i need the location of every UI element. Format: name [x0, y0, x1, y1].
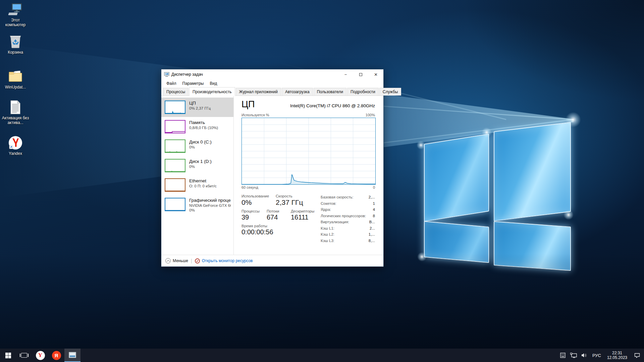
pane-title: ЦП	[241, 99, 255, 110]
chart-y-max: 100%	[366, 113, 375, 117]
ethernet-mini-chart	[165, 178, 185, 192]
detail-label: Ядра:	[321, 206, 331, 213]
detail-value: 2...	[370, 225, 375, 232]
handles-value: 16111	[291, 214, 319, 221]
window-title: Диспетчер задач	[171, 72, 338, 77]
desktop-icon-label: Активация без актива...	[1, 116, 30, 125]
start-button[interactable]	[0, 349, 16, 362]
detail-label: Кэш L3:	[321, 238, 334, 244]
taskbar-task-manager[interactable]	[64, 349, 80, 362]
sidebar-item-subtitle2: 0%	[189, 208, 231, 212]
sidebar-item-subtitle: 0%	[189, 145, 212, 149]
processes-label: Процессы	[241, 209, 267, 213]
fewer-details-button[interactable]: Меньше	[165, 258, 188, 263]
minimize-button[interactable]: −	[338, 69, 353, 79]
detail-label: Кэш L2:	[321, 231, 334, 238]
disk0-mini-chart	[165, 139, 185, 153]
cpu-performance-pane: ЦП Intel(R) Core(TM) i7 CPU 860 @ 2.80GH…	[234, 96, 383, 255]
resource-monitor-icon	[195, 258, 200, 263]
sidebar-item-title: Графический процессор	[189, 198, 231, 203]
memory-mini-chart	[165, 120, 185, 133]
taskbar-yandex-browser[interactable]: Y	[32, 349, 48, 362]
detail-label: Сокетов:	[321, 200, 336, 207]
taskbar: Y Я	[0, 349, 644, 362]
menu-options[interactable]: Параметры	[180, 80, 207, 86]
detail-value: В...	[369, 219, 375, 225]
desktop-icon-yandex[interactable]: Yandex	[0, 135, 31, 156]
tab-users[interactable]: Пользователи	[314, 88, 346, 96]
action-center-icon[interactable]	[631, 349, 643, 362]
sidebar-item-disk1[interactable]: Диск 1 (D:) 0%	[161, 156, 233, 175]
detail-label: Логических процессоров:	[321, 213, 366, 219]
sidebar-item-subtitle: О: 0 П: 0 кбит/с	[189, 184, 217, 188]
task-manager-icon	[164, 72, 169, 77]
tab-app-history[interactable]: Журнал приложений	[236, 88, 281, 96]
fewer-details-label: Меньше	[173, 258, 188, 263]
sidebar-item-subtitle: 0%	[189, 165, 212, 169]
tab-services[interactable]: Службы	[379, 88, 401, 96]
taskbar-clock[interactable]: 22:31 12.05.2023	[604, 351, 630, 360]
touch-keyboard-icon[interactable]	[558, 349, 568, 362]
speed-label: Скорость	[276, 194, 319, 198]
network-icon[interactable]	[569, 349, 578, 362]
sidebar-item-subtitle: 0% 2,37 ГГц	[189, 106, 211, 110]
detail-label: Виртуализация:	[321, 219, 349, 225]
cpu-mini-chart	[165, 101, 185, 114]
system-tray: РУС 22:31 12.05.2023	[558, 349, 644, 362]
desktop-icon-winupdate-folder[interactable]: WinUpdat...	[0, 69, 31, 89]
sidebar-item-subtitle: NVIDIA GeForce GTX 660	[189, 203, 231, 207]
processes-value: 39	[241, 214, 267, 221]
detail-label: Кэш L1:	[321, 225, 334, 232]
tab-details[interactable]: Подробности	[347, 88, 379, 96]
menu-bar: Файл Параметры Вид	[161, 79, 383, 87]
screen: Этот компьютер Корзина	[0, 0, 644, 362]
tab-startup[interactable]: Автозагрузка	[282, 88, 313, 96]
performance-sidebar: ЦП 0% 2,37 ГГц Память 0,8/8,0 ГБ (10%) Д…	[161, 96, 234, 255]
desktop-icon-label: Yandex	[9, 151, 22, 156]
chart-y-label: Используется %	[241, 113, 269, 117]
close-button[interactable]: ✕	[368, 69, 383, 79]
detail-value: 1	[373, 200, 375, 207]
windows-logo-icon	[5, 353, 11, 358]
cpu-usage-chart	[241, 118, 376, 185]
language-indicator[interactable]: РУС	[590, 353, 603, 358]
maximize-button[interactable]	[353, 69, 368, 79]
desktop-icon-activation-doc[interactable]: Активация без актива...	[0, 100, 31, 125]
tab-processes[interactable]: Процессы	[163, 88, 189, 96]
menu-view[interactable]: Вид	[207, 80, 220, 86]
uptime-label: Время работы	[241, 224, 319, 228]
task-view-button[interactable]	[16, 349, 32, 362]
speed-value: 2,37 ГГц	[276, 198, 319, 206]
taskbar-yandex-app[interactable]: Я	[48, 349, 64, 362]
volume-icon[interactable]	[580, 349, 589, 362]
sidebar-item-subtitle: 0,8/8,0 ГБ (10%)	[189, 126, 218, 130]
folder-icon	[8, 69, 23, 84]
chart-x-label: 60 секунд	[241, 185, 258, 189]
detail-value: 8	[373, 213, 375, 219]
detail-value: 4	[373, 206, 375, 213]
sidebar-item-title: Диск 0 (C:)	[189, 139, 212, 144]
sidebar-item-gpu[interactable]: Графический процессор NVIDIA GeForce GTX…	[161, 195, 233, 215]
footer-separator: |	[191, 258, 192, 263]
desktop-icon-this-computer[interactable]: Этот компьютер	[0, 2, 31, 27]
sidebar-item-memory[interactable]: Память 0,8/8,0 ГБ (10%)	[161, 117, 233, 136]
window-footer: Меньше | Открыть монитор ресурсов	[161, 255, 383, 266]
sidebar-item-cpu[interactable]: ЦП 0% 2,37 ГГц	[161, 98, 233, 117]
sidebar-item-title: Память	[189, 120, 218, 125]
desktop-icon-recycle-bin[interactable]: Корзина	[0, 34, 31, 55]
desktop-icon-label: Этот компьютер	[1, 18, 30, 27]
sidebar-item-title: ЦП	[189, 101, 211, 106]
disk1-mini-chart	[165, 159, 185, 172]
task-view-icon	[21, 353, 27, 358]
titlebar[interactable]: Диспетчер задач − ✕	[161, 69, 383, 79]
sidebar-item-ethernet[interactable]: Ethernet О: 0 П: 0 кбит/с	[161, 175, 233, 195]
sidebar-item-disk0[interactable]: Диск 0 (C:) 0%	[161, 136, 233, 156]
open-resource-monitor-link[interactable]: Открыть монитор ресурсов	[195, 258, 253, 263]
detail-value: 2,...	[369, 194, 375, 200]
sidebar-item-title: Диск 1 (D:)	[189, 159, 212, 164]
cpu-model-name: Intel(R) Core(TM) i7 CPU 860 @ 2.80GHz	[290, 103, 375, 110]
usage-value: 0%	[241, 198, 276, 206]
menu-file[interactable]: Файл	[164, 80, 179, 86]
tab-performance[interactable]: Производительность	[189, 87, 235, 96]
handles-label: Дескрипторы	[291, 209, 319, 213]
